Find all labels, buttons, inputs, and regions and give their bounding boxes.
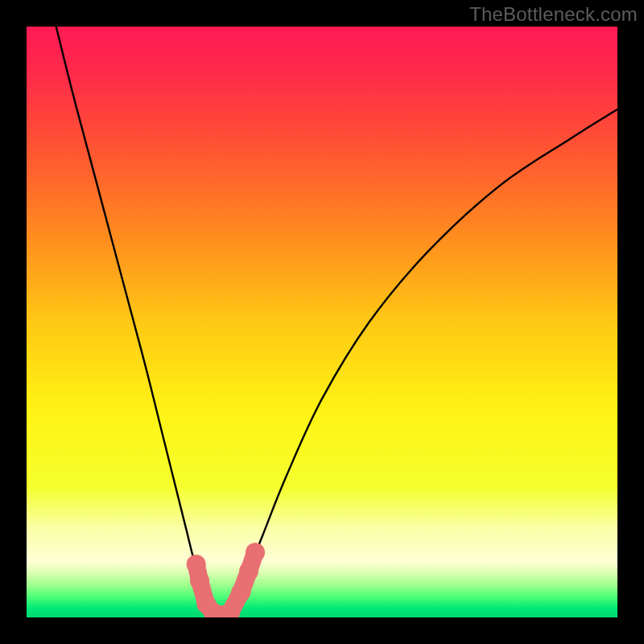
outer-frame: TheBottleneck.com (0, 0, 644, 644)
plot-area (27, 27, 617, 617)
marker-dot (231, 582, 250, 601)
watermark-text: TheBottleneck.com (469, 3, 638, 26)
chart-svg (27, 27, 617, 617)
gradient-background (27, 27, 617, 617)
marker-dot (190, 571, 209, 590)
marker-dot (239, 562, 258, 581)
marker-dot (246, 543, 265, 562)
marker-dot (187, 555, 206, 574)
